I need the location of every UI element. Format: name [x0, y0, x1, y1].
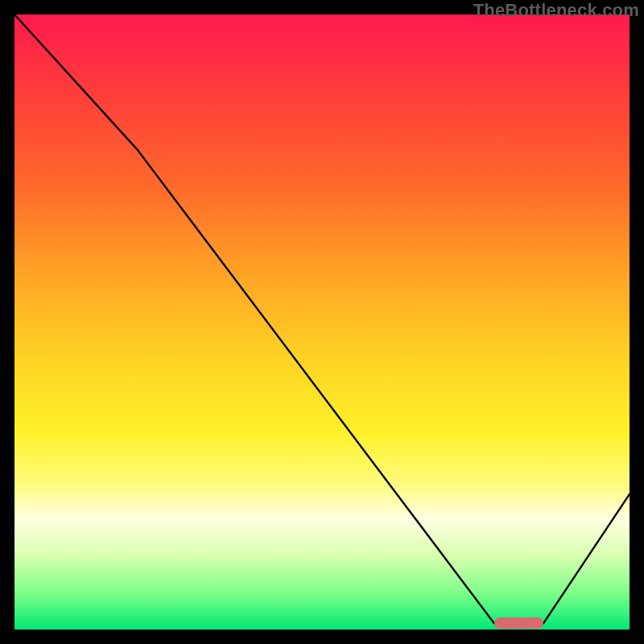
chart-frame: TheBottleneck.com [0, 0, 644, 644]
optimal-range-marker [494, 617, 543, 629]
chart-background-gradient [14, 14, 630, 630]
watermark-label: TheBottleneck.com [473, 0, 639, 21]
